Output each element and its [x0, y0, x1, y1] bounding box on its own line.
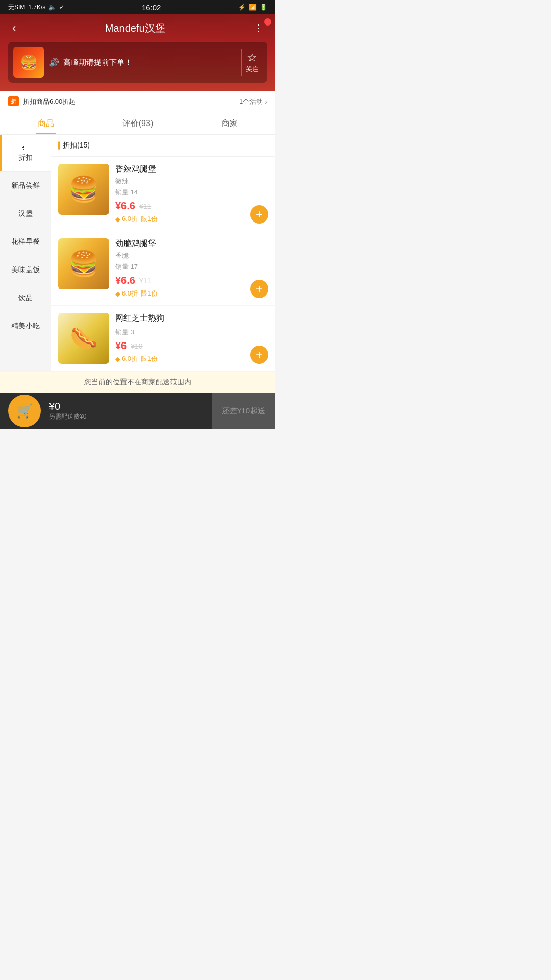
- star-icon: ☆: [247, 51, 257, 64]
- product-desc-2: 香脆: [115, 251, 268, 260]
- price-row-1: ¥6.6 ¥11: [115, 200, 268, 212]
- add-button-3[interactable]: +: [250, 346, 268, 364]
- cart-info: ¥0 另需配送费¥0: [49, 401, 212, 421]
- discount-badge-3: ◆ 6.0折: [115, 354, 138, 363]
- check-icon: ✓: [59, 4, 64, 11]
- delivery-warning: 您当前的位置不在商家配送范围内: [0, 372, 276, 393]
- promo-text: 折扣商品6.00折起: [23, 97, 76, 106]
- discount-row-2: ◆ 6.0折 限1份: [115, 289, 268, 298]
- promo-bar: 折 折扣商品6.00折起 1个活动 ›: [0, 91, 276, 111]
- checkout-button[interactable]: 还差¥10起送: [212, 393, 276, 429]
- bluetooth-icon: ⚡: [238, 4, 246, 11]
- price-original-2: ¥11: [139, 277, 151, 285]
- cart-delivery: 另需配送费¥0: [49, 412, 212, 421]
- add-button-2[interactable]: +: [250, 280, 268, 298]
- time-label: 16:02: [142, 3, 161, 12]
- discount-icon: 🏷: [21, 144, 30, 153]
- add-button-1[interactable]: +: [250, 205, 268, 224]
- cart-button[interactable]: 🛒: [8, 395, 41, 427]
- category-sidebar: 🏷 折扣 新品尝鲜 汉堡 花样早餐 美味盖饭 饮品 精美小吃: [0, 135, 51, 372]
- diamond-icon: ◆: [115, 355, 120, 363]
- product-name-3: 网红芝士热狗: [115, 313, 268, 324]
- price-row-3: ¥6 ¥10: [115, 340, 268, 352]
- tab-bar: 商品 评价(93) 商家: [0, 111, 276, 135]
- price-current-2: ¥6.6: [115, 275, 135, 286]
- tab-products[interactable]: 商品: [0, 111, 92, 134]
- product-item: 🍔 香辣鸡腿堡 微辣 销量 14 ¥6.6 ¥11 ◆ 6.0折 限1份: [51, 157, 276, 231]
- diamond-icon: ◆: [115, 290, 120, 298]
- back-button[interactable]: ‹: [8, 19, 20, 37]
- product-sales-2: 销量 17: [115, 262, 268, 272]
- price-row-2: ¥6.6 ¥11: [115, 275, 268, 286]
- store-announcement: 🔊 高峰期请提前下单！: [49, 58, 236, 67]
- product-name-1: 香辣鸡腿堡: [115, 164, 268, 175]
- follow-button[interactable]: ☆ 关注: [241, 49, 262, 76]
- header-row: ‹ Mandefu汉堡 ⋮: [8, 19, 267, 37]
- section-header: 折扣(15): [51, 135, 276, 157]
- page-title: Mandefu汉堡: [20, 21, 250, 35]
- sidebar-item-breakfast[interactable]: 花样早餐: [0, 228, 51, 256]
- product-info-3: 网红芝士热狗 销量 3 ¥6 ¥10 ◆ 6.0折 限1份: [115, 313, 268, 363]
- section-title: 折扣(15): [63, 141, 90, 150]
- chevron-right-icon: ›: [265, 97, 267, 106]
- sidebar-item-discount[interactable]: 🏷 折扣: [0, 135, 51, 172]
- product-list: 折扣(15) 🍔 香辣鸡腿堡 微辣 销量 14 ¥6.6 ¥11 ◆ 6.0折: [51, 135, 276, 372]
- product-item: 🍔 劲脆鸡腿堡 香脆 销量 17 ¥6.6 ¥11 ◆ 6.0折 限1份: [51, 231, 276, 306]
- cart-icon: 🛒: [16, 403, 33, 419]
- price-original-3: ¥10: [131, 342, 142, 350]
- cart-price: ¥0: [49, 401, 212, 412]
- product-name-2: 劲脆鸡腿堡: [115, 238, 268, 249]
- diamond-icon: ◆: [115, 215, 120, 223]
- sidebar-item-burger[interactable]: 汉堡: [0, 200, 51, 228]
- discount-row-1: ◆ 6.0折 限1份: [115, 214, 268, 224]
- sidebar-item-rice[interactable]: 美味盖饭: [0, 256, 51, 284]
- limit-badge-2: 限1份: [141, 289, 158, 298]
- battery-icon: 🔋: [260, 4, 267, 11]
- activity-label: 1个活动: [239, 97, 263, 106]
- checkout-label: 还差¥10起送: [222, 406, 265, 416]
- product-sales-3: 销量 3: [115, 328, 268, 337]
- product-info-2: 劲脆鸡腿堡 香脆 销量 17 ¥6.6 ¥11 ◆ 6.0折 限1份: [115, 238, 268, 298]
- limit-badge-1: 限1份: [141, 214, 158, 224]
- product-item: 🌭 网红芝士热狗 销量 3 ¥6 ¥10 ◆ 6.0折 限1份 +: [51, 306, 276, 372]
- tab-reviews[interactable]: 评价(93): [92, 111, 184, 134]
- sidebar-item-new[interactable]: 新品尝鲜: [0, 172, 51, 200]
- price-current-3: ¥6: [115, 340, 127, 352]
- tab-merchant[interactable]: 商家: [184, 111, 276, 134]
- promo-left: 折 折扣商品6.00折起: [8, 96, 76, 106]
- product-sales-1: 销量 14: [115, 188, 268, 197]
- header: ‹ Mandefu汉堡 ⋮ 🍔 🔊 高峰期请提前下单！ ☆ 关注: [0, 14, 276, 91]
- content-area: 🏷 折扣 新品尝鲜 汉堡 花样早餐 美味盖饭 饮品 精美小吃 折扣(15): [0, 135, 276, 372]
- product-image-1: 🍔: [58, 164, 109, 215]
- product-image-2: 🍔: [58, 238, 109, 289]
- status-bar: 无SIM 1.7K/s 🔈 ✓ 16:02 ⚡ 📶 🔋: [0, 0, 276, 14]
- limit-badge-3: 限1份: [141, 354, 158, 363]
- discount-badge-2: ◆ 6.0折: [115, 289, 138, 298]
- sidebar-item-snacks[interactable]: 精美小吃: [0, 312, 51, 340]
- store-card: 🍔 🔊 高峰期请提前下单！ ☆ 关注: [8, 42, 267, 83]
- follow-label: 关注: [246, 65, 258, 74]
- record-dot: [264, 18, 271, 26]
- section-accent: [58, 141, 60, 150]
- store-image: 🍔: [13, 47, 44, 78]
- price-current-1: ¥6.6: [115, 200, 135, 212]
- delivery-warning-text: 您当前的位置不在商家配送范围内: [84, 378, 191, 386]
- promo-activity[interactable]: 1个活动 ›: [239, 97, 267, 106]
- bottom-bar: 🛒 ¥0 另需配送费¥0 还差¥10起送: [0, 393, 276, 429]
- product-info-1: 香辣鸡腿堡 微辣 销量 14 ¥6.6 ¥11 ◆ 6.0折 限1份: [115, 164, 268, 224]
- price-original-1: ¥11: [139, 202, 151, 210]
- status-right: ⚡ 📶 🔋: [238, 4, 267, 11]
- speed-label: 1.7K/s: [28, 4, 45, 11]
- discount-row-3: ◆ 6.0折 限1份: [115, 354, 268, 363]
- carrier-label: 无SIM: [8, 3, 25, 12]
- discount-badge-1: ◆ 6.0折: [115, 214, 138, 224]
- product-desc-1: 微辣: [115, 177, 268, 186]
- status-left: 无SIM 1.7K/s 🔈 ✓: [8, 3, 64, 12]
- product-image-3: 🌭: [58, 313, 109, 364]
- sidebar-item-drinks[interactable]: 饮品: [0, 284, 51, 312]
- sound-icon: 🔊: [49, 58, 59, 67]
- wifi-icon: 📶: [249, 4, 257, 11]
- promo-tag: 折: [8, 96, 19, 106]
- sound-icon: 🔈: [48, 4, 56, 11]
